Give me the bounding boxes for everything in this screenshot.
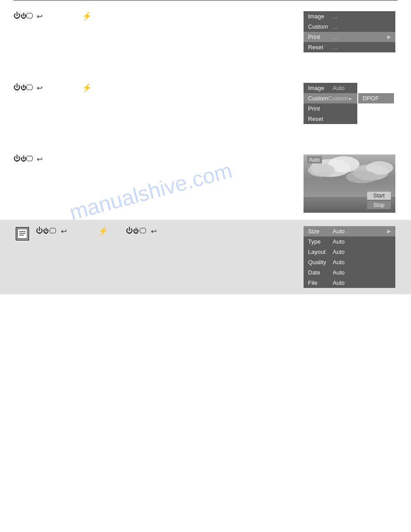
ps-arrow-size: ▶ <box>387 228 391 234</box>
menu-item-custom-2[interactable]: Custom Custom ► <box>304 93 357 103</box>
menu-label-custom-1: Custom <box>308 23 333 30</box>
section-2-icons: ⏻ 🖵 ↩ ⚡ <box>13 83 295 93</box>
camera-screen: Auto <box>304 154 395 213</box>
menu-label-custom-2: Custom <box>308 95 328 102</box>
back-icon-3: ↩ <box>37 155 43 163</box>
ps-value-date: Auto <box>333 269 391 276</box>
section-1: ⏻ 🖵 ↩ ⚡ Image ... Custom ... Print ... <box>13 5 398 77</box>
camera-buttons: Start Stop <box>367 192 391 209</box>
menu-item-print-2[interactable]: Print <box>304 103 357 114</box>
menu-with-sub-2: Image Auto Custom Custom ► Print Reset <box>304 83 398 124</box>
ps-label-file: File <box>308 279 333 286</box>
svg-point-6 <box>346 171 377 183</box>
ps-value-size: Auto <box>333 228 387 235</box>
power-icon: ⏻ <box>13 12 22 21</box>
section-4-icons-top: ⏻ 🖵 ↩ ⚡ ⏻ 🖵 ↩ <box>36 226 295 236</box>
menu-arrow-custom-2: ► <box>348 96 353 101</box>
start-button[interactable]: Start <box>367 192 391 200</box>
section-4-menu: Size Auto ▶ Type Auto Layout Auto Qualit… <box>304 226 398 288</box>
ps-label-type: Type <box>308 238 333 245</box>
lightning-icon-4a: ⚡ <box>98 226 108 236</box>
ps-label-layout: Layout <box>308 249 333 255</box>
monitor-icon-4b: 🖵 <box>139 227 146 235</box>
svg-rect-8 <box>17 229 27 239</box>
menu-label-reset-2: Reset <box>308 116 333 122</box>
menu-item-reset-2[interactable]: Reset <box>304 114 357 124</box>
section-4: ⏻ 🖵 ↩ ⚡ ⏻ 🖵 ↩ Size Auto ▶ Type Auto <box>0 220 411 294</box>
section-1-left: ⏻ 🖵 ↩ ⚡ <box>13 11 304 26</box>
ps-label-quality: Quality <box>308 259 333 266</box>
section-3-icons: ⏻ 🖵 ↩ <box>13 154 295 163</box>
submenu-item-dpof[interactable]: DPOF <box>358 93 394 103</box>
ps-value-layout: Auto <box>333 249 391 255</box>
monitor-icon-4a: 🖵 <box>49 227 56 235</box>
note-icon-block <box>13 226 31 240</box>
menu-panel-2: Image Auto Custom Custom ► Print Reset <box>304 83 357 124</box>
section-4-left: ⏻ 🖵 ↩ ⚡ ⏻ 🖵 ↩ <box>31 226 304 240</box>
menu-item-custom-1[interactable]: Custom ... <box>304 21 395 32</box>
submenu-2: DPOF <box>358 93 394 103</box>
ps-value-quality: Auto <box>333 259 391 266</box>
menu-value-print-1: ... <box>333 34 387 40</box>
menu-value-reset-1: ... <box>333 44 391 51</box>
ps-label-date: Date <box>308 269 333 276</box>
section-2-menu: Image Auto Custom Custom ► Print Reset <box>304 83 398 124</box>
menu-item-print-1[interactable]: Print ... ▶ <box>304 32 395 42</box>
section-2-left: ⏻ 🖵 ↩ ⚡ <box>13 83 304 97</box>
menu-item-image-1[interactable]: Image ... <box>304 11 395 21</box>
lightning-icon-2: ⚡ <box>82 83 92 93</box>
ps-value-type: Auto <box>333 238 391 245</box>
lightning-icon-1: ⚡ <box>82 11 92 21</box>
menu-label-print-1: Print <box>308 34 333 40</box>
svg-point-3 <box>308 163 335 177</box>
menu-label-image-2: Image <box>308 85 333 91</box>
note-icon <box>16 227 29 240</box>
power-icon-4a: ⏻ <box>36 227 45 236</box>
power-icon-4b: ⏻ <box>126 227 135 236</box>
section-3-left: ⏻ 🖵 ↩ <box>13 154 304 168</box>
menu-item-reset-1[interactable]: Reset ... <box>304 42 395 52</box>
top-divider <box>13 0 398 0</box>
back-icon-4a: ↩ <box>61 227 67 236</box>
ps-value-file: Auto <box>333 279 391 286</box>
ps-item-quality[interactable]: Quality Auto <box>304 257 395 267</box>
ps-item-file[interactable]: File Auto <box>304 278 395 288</box>
print-settings-panel: Size Auto ▶ Type Auto Layout Auto Qualit… <box>304 226 395 288</box>
menu-panel-1: Image ... Custom ... Print ... ▶ Reset .… <box>304 11 395 52</box>
section-1-menu: Image ... Custom ... Print ... ▶ Reset .… <box>304 11 398 52</box>
section-3-screen: Auto <box>304 154 398 213</box>
back-icon-2: ↩ <box>37 84 43 92</box>
note-svg <box>17 228 28 240</box>
menu-value-custom-1: ... <box>333 23 391 30</box>
power-icon-2: ⏻ <box>13 83 22 92</box>
ps-item-type[interactable]: Type Auto <box>304 236 395 247</box>
menu-value-custom-2: Custom <box>328 95 348 102</box>
auto-label: Auto <box>307 156 322 163</box>
section-3: ⏻ 🖵 ↩ Auto <box>13 148 398 220</box>
power-icon-3: ⏻ <box>13 154 22 163</box>
ps-item-size[interactable]: Size Auto ▶ <box>304 226 395 236</box>
menu-arrow-print-1: ▶ <box>387 34 391 40</box>
monitor-icon-3: 🖵 <box>26 155 33 163</box>
back-icon: ↩ <box>37 12 43 21</box>
ps-item-date[interactable]: Date Auto <box>304 267 395 278</box>
section-1-icons: ⏻ 🖵 ↩ ⚡ <box>13 11 295 21</box>
ps-label-size: Size <box>308 228 333 235</box>
ps-item-layout[interactable]: Layout Auto <box>304 247 395 257</box>
menu-item-image-2[interactable]: Image Auto <box>304 83 357 93</box>
menu-value-image-1: ... <box>333 13 391 20</box>
section-2: ⏻ 🖵 ↩ ⚡ Image Auto Custom Custom ► <box>13 77 398 148</box>
monitor-icon-2: 🖵 <box>26 84 33 92</box>
page-container: ⏻ 🖵 ↩ ⚡ Image ... Custom ... Print ... <box>0 0 411 532</box>
menu-value-image-2: Auto <box>333 85 353 91</box>
stop-button[interactable]: Stop <box>367 201 391 209</box>
back-icon-4b: ↩ <box>151 227 157 236</box>
menu-label-print-2: Print <box>308 105 333 112</box>
monitor-icon: 🖵 <box>26 12 33 20</box>
menu-label-reset-1: Reset <box>308 44 333 51</box>
menu-label-image-1: Image <box>308 13 333 20</box>
